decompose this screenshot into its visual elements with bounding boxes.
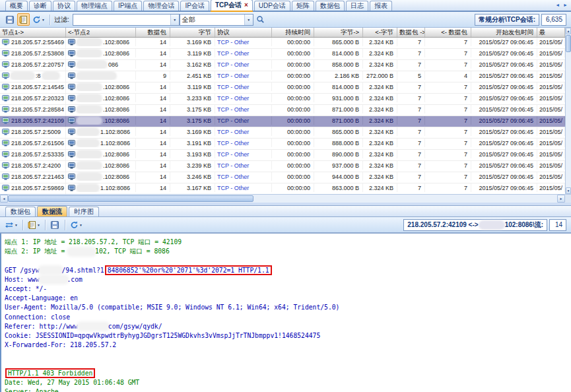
tab-13[interactable]: 报表 bbox=[370, 1, 392, 11]
cell-pk: 14 bbox=[136, 150, 170, 158]
tab-11[interactable]: 数据包 bbox=[316, 1, 345, 11]
tab-2[interactable]: 诊断 bbox=[29, 1, 51, 11]
filter-dropdown-icon[interactable]: ▼ bbox=[170, 15, 179, 25]
detail-tab-1[interactable]: 数据包 bbox=[5, 207, 36, 216]
search-button[interactable] bbox=[254, 13, 267, 26]
data-stream-panel[interactable]: 端点 1: IP 地址 = 218.205.57.2, TCP 端口 = 421… bbox=[0, 233, 571, 392]
vertical-scroll-track[interactable] bbox=[566, 53, 571, 187]
horizontal-scrollbar[interactable]: ◄ ► bbox=[0, 194, 571, 203]
text-segment: 218.205.57.2:61506 bbox=[11, 140, 64, 147]
tab-6[interactable]: 物理会话 bbox=[143, 1, 179, 11]
filter-scope-select[interactable]: 全部 ▼ bbox=[180, 14, 253, 26]
tab-5[interactable]: IP端点 bbox=[114, 1, 142, 11]
cell-lt: 2015/05/ bbox=[537, 82, 565, 91]
cell-st: 2015/05/27 09:06:45 bbox=[471, 183, 537, 192]
refresh-dropdown-icon[interactable]: ▼ bbox=[42, 18, 45, 22]
table-row[interactable]: 218.205.57.2:28584.102:8086143.175 KBTCP… bbox=[0, 105, 565, 116]
notepad-toggle-button[interactable] bbox=[17, 13, 30, 26]
host-icon bbox=[68, 50, 75, 57]
analysis-path-label: 常规分析\TCP会话: bbox=[475, 14, 539, 26]
flow-direction-button[interactable]: ▼ bbox=[3, 218, 19, 231]
table-row[interactable]: :892.451 KBTCP - Other00:00:002.186 KB27… bbox=[0, 71, 565, 82]
column-header-12[interactable]: 最 bbox=[537, 28, 565, 37]
tab-9[interactable]: UDP会话 bbox=[254, 1, 290, 11]
tab-7[interactable]: IP会话 bbox=[180, 1, 209, 11]
cell-du: 00:00:00 bbox=[272, 71, 314, 80]
toolbar-separator bbox=[45, 220, 46, 230]
table-row[interactable]: 218.205.57.2:21463.102:8086143.246 KBTCP… bbox=[0, 172, 565, 183]
table-row[interactable]: 218.205.57.2:20323.102:8086143.233 KBTCP… bbox=[0, 94, 565, 105]
tab-3[interactable]: 协议 bbox=[53, 1, 75, 11]
text-segment: 218.205.57.2:42109 bbox=[11, 117, 64, 124]
horizontal-scroll-track[interactable] bbox=[253, 195, 557, 203]
table-row[interactable]: 218.205.57.2:55469.102:8086143.169 KBTCP… bbox=[0, 38, 565, 49]
table-row[interactable]: 218.205.57.2:53808.102:8086143.119 KBTCP… bbox=[0, 49, 565, 60]
cell-pr: TCP - Other bbox=[215, 172, 272, 181]
detail-tab-2[interactable]: 数据流 bbox=[37, 206, 67, 216]
save-stream-button[interactable] bbox=[49, 218, 61, 231]
close-icon[interactable]: × bbox=[244, 2, 248, 9]
column-header-11[interactable]: 开始发包时间 bbox=[471, 28, 537, 37]
scroll-right-icon[interactable]: ► bbox=[557, 195, 565, 203]
text-segment: 1.102:8086 bbox=[100, 129, 130, 135]
filter-combobox[interactable]: ▼ bbox=[73, 14, 180, 26]
host-icon bbox=[2, 117, 9, 124]
column-header-7[interactable]: 字节-> bbox=[314, 28, 363, 37]
tab-8[interactable]: TCP会话× bbox=[211, 0, 253, 11]
column-header-2[interactable]: <-节点2 bbox=[66, 28, 136, 37]
cell-du: 00:00:00 bbox=[272, 38, 314, 46]
tab-1[interactable]: 概要 bbox=[5, 1, 28, 11]
table-row[interactable]: 218.205.57.2:615061.102:8086143.191 KBTC… bbox=[0, 139, 565, 150]
table-row[interactable]: 218.205.57.2:14545.102:8086143.119 KBTCP… bbox=[0, 82, 565, 94]
table-row[interactable]: 218.205.57.2:20757086143.162 KBTCP - Oth… bbox=[0, 60, 565, 71]
tab-4[interactable]: 物理端点 bbox=[77, 1, 112, 11]
main-tabbar: 概要诊断协议物理端点IP端点物理会话IP会话TCP会话×UDP会话矩阵数据包日志… bbox=[0, 0, 571, 12]
vertical-scrollbar[interactable]: ▲ ▼ bbox=[565, 28, 571, 194]
column-header-1[interactable]: 节点1-> bbox=[0, 28, 66, 37]
refresh-dropdown-icon[interactable]: ▼ bbox=[79, 223, 83, 227]
tab-nav-left-icon[interactable]: ◄ bbox=[555, 3, 560, 7]
scope-dropdown-icon[interactable]: ▼ bbox=[244, 15, 253, 25]
tab-nav-right-icon[interactable]: ► bbox=[563, 3, 568, 7]
refresh-stream-button[interactable]: ▼ bbox=[69, 218, 84, 231]
column-header-5[interactable]: 协议 bbox=[215, 28, 272, 37]
host-icon bbox=[68, 185, 75, 191]
tab-12[interactable]: 日志 bbox=[346, 1, 368, 11]
scroll-left-icon[interactable]: ◄ bbox=[0, 195, 8, 203]
table-row[interactable]: 218.205.57.2:53335.102:8086143.193 KBTCP… bbox=[0, 150, 565, 161]
redaction-blur bbox=[77, 73, 116, 79]
cell-bo: 858.000 B bbox=[314, 60, 363, 69]
cell-st: 2015/05/27 09:06:45 bbox=[471, 94, 537, 102]
column-header-4[interactable]: 字节 bbox=[170, 28, 215, 37]
column-header-3[interactable]: 数据包 bbox=[136, 28, 170, 37]
column-header-10[interactable]: <- 数据包 bbox=[425, 28, 471, 37]
export-dropdown-icon[interactable]: ▼ bbox=[37, 223, 40, 227]
table-row[interactable]: 218.205.57.2:50091.102:8086143.169 KBTCP… bbox=[0, 127, 565, 139]
flow-dropdown-icon[interactable]: ▼ bbox=[15, 223, 18, 227]
cell-last bbox=[0, 125, 66, 127]
host-icon bbox=[2, 84, 9, 90]
cell-node2: .102:8086 bbox=[66, 38, 136, 46]
refresh-button[interactable]: ▼ bbox=[31, 13, 46, 26]
filter-scope-value[interactable]: 全部 bbox=[180, 15, 244, 25]
table-row[interactable]: 218.205.57.2:598691.102:8086143.167 KBTC… bbox=[0, 183, 565, 194]
save-button[interactable] bbox=[3, 13, 16, 26]
column-header-6[interactable]: 持续时间 bbox=[272, 28, 314, 37]
tab-10[interactable]: 矩阵 bbox=[292, 1, 314, 11]
filter-input[interactable] bbox=[73, 15, 170, 25]
scroll-up-icon[interactable]: ▲ bbox=[566, 28, 571, 34]
redaction-blur bbox=[77, 117, 101, 124]
host-icon bbox=[68, 73, 75, 79]
cell-node1: :8 bbox=[0, 71, 66, 80]
redaction-blur bbox=[11, 73, 34, 79]
detail-tab-3[interactable]: 时序图 bbox=[69, 207, 99, 216]
export-button[interactable]: ▼ bbox=[26, 218, 42, 231]
column-header-9[interactable]: 数据包 -> bbox=[397, 28, 425, 37]
table-row[interactable]: 218.205.57.2:42109.102:8086143.175 KBTCP… bbox=[0, 116, 565, 127]
column-header-8[interactable]: <-字节 bbox=[363, 28, 397, 37]
scroll-down-icon[interactable]: ▼ bbox=[566, 187, 571, 194]
tab-label: 数据包 bbox=[11, 207, 30, 216]
vertical-scroll-thumb[interactable] bbox=[566, 35, 571, 52]
horizontal-scroll-thumb[interactable] bbox=[8, 195, 253, 202]
table-row[interactable]: 218.205.57.2:4200.102:8086143.239 KBTCP … bbox=[0, 161, 565, 172]
